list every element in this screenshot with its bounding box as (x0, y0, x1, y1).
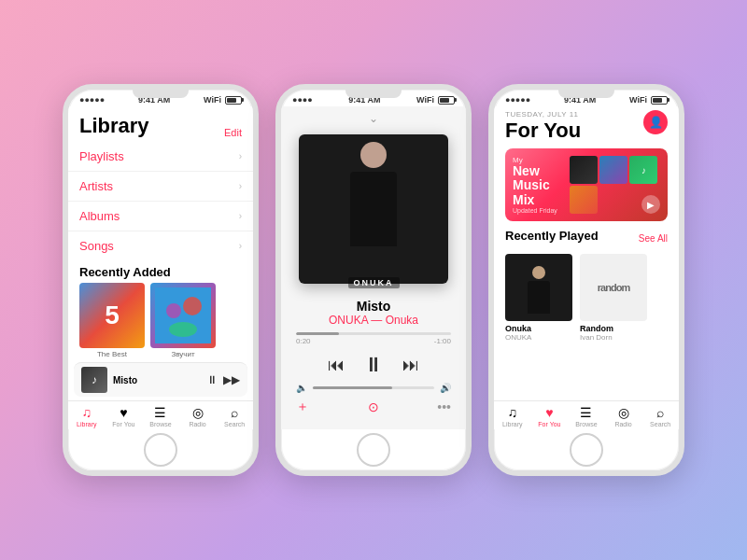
add-to-library-button[interactable]: ＋ (296, 399, 309, 415)
profile-icon-symbol: 👤 (649, 116, 663, 129)
signal-icon: ●●●●● (79, 95, 105, 105)
library-nav-label-3: Library (502, 421, 522, 427)
chevron-right-icon: › (239, 211, 242, 221)
nav-search-3[interactable]: ⌕ Search (641, 405, 679, 427)
person-body (350, 172, 397, 246)
airplay-button[interactable]: ⊙ (368, 399, 379, 414)
nav-foryou[interactable]: ♥ For You (106, 405, 143, 427)
profile-button[interactable]: 👤 (643, 110, 668, 134)
album-item-1[interactable]: 5 The Best (79, 283, 145, 358)
library-artists[interactable]: Artists › (68, 172, 253, 202)
mini-pause-button[interactable]: ⏸ (206, 373, 218, 386)
recently-played-section: Recently Played See All Onuka ONUKA (494, 225, 679, 345)
svg-point-2 (183, 297, 202, 315)
recently-played-list: Onuka ONUKA random Random Ivan Dorn (505, 254, 668, 342)
status-bar-3: ●●●●● 9:41 AM WiFi (494, 90, 679, 106)
nav-browse-3[interactable]: ☰ Browse (568, 405, 605, 427)
home-button-3[interactable] (570, 433, 603, 467)
mini-track-title: Misto (113, 375, 201, 385)
library-albums[interactable]: Albums › (68, 202, 253, 231)
np-header: ⌄ (281, 106, 466, 131)
nav-foryou-3[interactable]: ♥ For You (531, 405, 569, 427)
browse-nav-label-3: Browse (575, 421, 597, 427)
rp-title-2: Random (580, 324, 647, 333)
album-art-2 (150, 283, 216, 348)
recently-added-title: Recently Added (68, 258, 253, 283)
np-actions: ＋ ⊙ ••• (281, 395, 466, 419)
nav-radio-3[interactable]: ◎ Radio (605, 405, 642, 427)
forward-button[interactable]: ⏭ (402, 356, 419, 375)
nav-browse[interactable]: ☰ Browse (142, 405, 179, 427)
status-bar-1: ●●●●● 9:41 AM WiFi (68, 90, 253, 106)
art-background (299, 134, 448, 284)
recently-played-header: Recently Played See All (505, 229, 668, 248)
nmm-text: My New MusicMix Updated Friday (513, 156, 564, 214)
volume-slider[interactable] (313, 386, 434, 389)
rp-body (528, 281, 550, 314)
rp-item-random[interactable]: random Random Ivan Dorn (580, 254, 647, 342)
search-nav-label-3: Search (650, 421, 670, 427)
library-songs[interactable]: Songs › (68, 231, 253, 258)
chevron-right-icon: › (239, 241, 242, 251)
nav-library[interactable]: ♫ Library (68, 405, 106, 427)
person-head (360, 142, 387, 168)
artists-label: Artists (79, 179, 113, 193)
rp-person-figure (523, 266, 556, 317)
library-screen: Library Edit Playlists › Artists › Album… (68, 106, 253, 429)
new-music-mix-card[interactable]: My New MusicMix Updated Friday ♪ ▶ (505, 148, 668, 221)
rewind-button[interactable]: ⏮ (328, 356, 345, 375)
album-label-1: The Best (79, 350, 145, 358)
home-button-2[interactable] (357, 433, 390, 467)
progress-times: 0:20 -1:00 (296, 337, 451, 345)
nmm-thumb-2 (599, 156, 627, 184)
see-all-button[interactable]: See All (639, 233, 668, 244)
time-1: 9:41 AM (138, 95, 170, 105)
album-item-2[interactable]: Звучит (150, 283, 216, 358)
volume-high-icon: 🔊 (440, 383, 451, 393)
foryou-title: For You (505, 119, 581, 143)
rp-artist-1: ONUKA (505, 333, 572, 342)
mini-art-icon: ♪ (92, 373, 97, 386)
signal-icon-3: ●●●●● (505, 95, 530, 105)
nav-search[interactable]: ⌕ Search (216, 405, 253, 427)
wifi-icon-2: WiFi (416, 95, 434, 105)
browse-nav-label: Browse (149, 421, 171, 427)
nav-radio[interactable]: ◎ Radio (179, 405, 217, 427)
more-options-button[interactable]: ••• (437, 399, 451, 414)
album-art-display-1: 5 (79, 283, 145, 348)
mini-controls: ⏸ ▶▶ (206, 373, 240, 386)
search-nav-icon: ⌕ (231, 405, 238, 420)
rp-title-1: Onuka (505, 324, 572, 333)
time-2: 9:41 AM (348, 95, 380, 105)
search-nav-icon-3: ⌕ (656, 405, 664, 420)
phone-now-playing: ●●●● 9:41 AM WiFi ⌄ ONUKA Misto ONUKA — … (275, 84, 472, 476)
np-text: Misto ONUKA — Onuka (281, 293, 466, 329)
progress-fill (296, 332, 339, 335)
rp-artist-2: Ivan Dorn (580, 333, 647, 342)
library-title: Library (79, 114, 149, 138)
pause-button[interactable]: ⏸ (363, 353, 384, 377)
now-playing-screen: ⌄ ONUKA Misto ONUKA — Onuka 0:20 -1:00 (281, 106, 466, 429)
rp-head (532, 266, 545, 279)
nav-library-3[interactable]: ♫ Library (494, 405, 531, 427)
library-nav-icon: ♫ (82, 405, 92, 420)
wifi-icon-3: WiFi (629, 95, 647, 105)
nmm-updated: Updated Friday (513, 207, 564, 214)
progress-bar[interactable] (296, 332, 451, 335)
library-nav-icon-3: ♫ (508, 405, 518, 420)
home-button-1[interactable] (144, 433, 177, 467)
battery-icon-2 (438, 96, 455, 105)
mini-art: ♪ (81, 367, 107, 393)
library-playlists[interactable]: Playlists › (68, 142, 253, 172)
mini-next-button[interactable]: ▶▶ (223, 373, 240, 386)
edit-button[interactable]: Edit (224, 127, 242, 138)
bottom-nav-3: ♫ Library ♥ For You ☰ Browse ◎ Radio ⌕ S… (494, 400, 679, 429)
random-label: random (598, 282, 629, 293)
track-artist: ONUKA — Onuka (292, 314, 455, 327)
bottom-nav-1: ♫ Library ♥ For You ☰ Browse ◎ Radio ⌕ S… (68, 400, 253, 429)
mini-player[interactable]: ♪ Misto ⏸ ▶▶ (74, 362, 247, 397)
rp-item-onuka[interactable]: Onuka ONUKA (505, 254, 572, 342)
foryou-screen: TUESDAY, JULY 11 For You 👤 My New MusicM… (494, 106, 679, 429)
chevron-down-icon[interactable]: ⌄ (369, 112, 378, 125)
nmm-thumb-3: ♪ (629, 156, 657, 184)
